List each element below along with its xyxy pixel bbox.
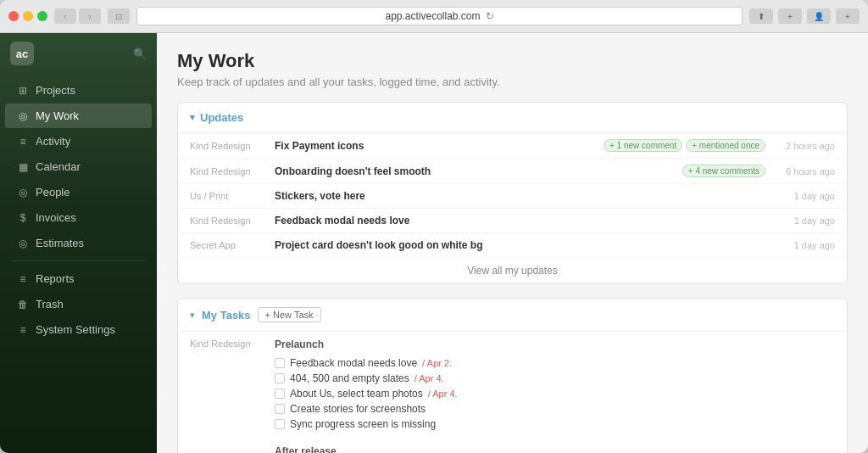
update-badges: + 4 new comments bbox=[682, 165, 765, 177]
task-checkbox[interactable] bbox=[275, 404, 285, 414]
update-title[interactable]: Stickers, vote here bbox=[275, 190, 759, 202]
share-button[interactable]: ⬆ bbox=[749, 8, 773, 24]
list-item: 404, 500 and empty slates / Apr 4. bbox=[275, 371, 835, 386]
table-row: Us / Print Stickers, vote here 1 day ago bbox=[178, 184, 847, 209]
add-tab-button[interactable]: + bbox=[778, 8, 802, 24]
fullscreen-button[interactable] bbox=[37, 11, 47, 21]
updates-title: Updates bbox=[200, 111, 243, 124]
update-title[interactable]: Feedback modal needs love bbox=[275, 215, 759, 226]
page-subtitle: Keep track of updates and all your tasks… bbox=[177, 76, 848, 88]
sidebar-item-calendar[interactable]: ▦ Calendar bbox=[5, 154, 152, 179]
browser-window: ‹ › ⊡ app.activecollab.com ↻ ⬆ + 👤 + ac … bbox=[0, 0, 868, 453]
sidebar-item-reports[interactable]: ≡ Reports bbox=[5, 266, 152, 291]
sidebar-item-estimates[interactable]: ◎ Estimates bbox=[5, 231, 152, 255]
after-release-label: After release bbox=[275, 445, 835, 453]
updates-section: ▾ Updates Kind Redesign Fix Payment icon… bbox=[177, 102, 848, 284]
update-title[interactable]: Fix Payment icons bbox=[275, 140, 597, 152]
main-content: My Work Keep track of updates and all yo… bbox=[157, 33, 868, 453]
project-label: Kind Redesign bbox=[190, 215, 275, 226]
invoices-icon: $ bbox=[17, 212, 29, 224]
task-date: / Apr 4. bbox=[428, 389, 458, 399]
tasks-title: My Tasks bbox=[202, 309, 251, 322]
search-icon[interactable]: 🔍 bbox=[133, 48, 147, 60]
back-button[interactable]: ‹ bbox=[54, 8, 76, 24]
update-badges: + 1 new comment + mentioned once bbox=[604, 139, 765, 152]
view-all-link[interactable]: View all my updates bbox=[178, 258, 847, 283]
sidebar-item-projects[interactable]: ⊞ Projects bbox=[5, 78, 152, 103]
page-title: My Work bbox=[177, 50, 848, 72]
browser-actions: ⬆ + 👤 + bbox=[749, 8, 860, 24]
update-time: 1 day ago bbox=[776, 215, 835, 226]
list-item: Feedback modal needs love / Apr 2. bbox=[275, 355, 835, 371]
activity-label: Activity bbox=[36, 135, 70, 148]
reports-label: Reports bbox=[36, 272, 75, 285]
comments-badge: + 4 new comments bbox=[682, 165, 765, 177]
sidebar-divider bbox=[12, 260, 145, 261]
task-date: / Apr 4. bbox=[415, 373, 444, 383]
sidebar-item-people[interactable]: ◎ People bbox=[5, 180, 152, 204]
update-title[interactable]: Onboarding doesn't feel smooth bbox=[275, 165, 676, 177]
my-work-label: My Work bbox=[36, 109, 79, 122]
task-text: Create stories for screenshots bbox=[290, 403, 426, 415]
task-list: Prelaunch Feedback modal needs love / Ap… bbox=[275, 338, 835, 432]
updates-header: ▾ Updates bbox=[178, 103, 847, 133]
settings-label: System Settings bbox=[36, 323, 115, 336]
task-text: About Us, select team photos bbox=[290, 388, 423, 400]
task-text: Feedback modal needs love bbox=[290, 357, 417, 369]
sidebar-item-system-settings[interactable]: ≡ System Settings bbox=[5, 317, 152, 342]
sidebar-item-trash[interactable]: 🗑 Trash bbox=[5, 292, 152, 316]
task-project-label: Kind Redesign bbox=[190, 338, 275, 349]
table-row: Secret App Project card doesn't look goo… bbox=[178, 233, 847, 258]
tasks-arrow[interactable]: ▾ bbox=[190, 310, 195, 321]
settings-icon: ≡ bbox=[17, 324, 29, 336]
sidebar-item-invoices[interactable]: $ Invoices bbox=[5, 205, 152, 230]
tasks-section: ▾ My Tasks + New Task Kind Redesign Prel… bbox=[177, 298, 848, 453]
tasks-header-row: ▾ My Tasks + New Task bbox=[178, 299, 847, 332]
address-bar[interactable]: app.activecollab.com ↻ bbox=[136, 7, 743, 25]
update-title[interactable]: Project card doesn't look good on white … bbox=[275, 239, 759, 251]
sidebar-nav: ⊞ Projects ◎ My Work ≡ Activity ▦ Calend… bbox=[0, 74, 157, 453]
task-checkbox[interactable] bbox=[275, 419, 285, 429]
prelaunch-label: Prelaunch bbox=[275, 338, 835, 350]
update-time: 1 day ago bbox=[776, 191, 835, 201]
task-checkbox[interactable] bbox=[275, 358, 285, 368]
profile-button[interactable]: 👤 bbox=[807, 8, 831, 24]
nav-buttons: ‹ › bbox=[54, 8, 101, 24]
url-text: app.activecollab.com bbox=[385, 10, 480, 22]
after-release-group: After release As you type filtering :foc… bbox=[178, 442, 847, 453]
after-release-spacer bbox=[190, 445, 275, 453]
task-checkbox[interactable] bbox=[275, 373, 285, 383]
task-row: Kind Redesign Prelaunch Feedback modal n… bbox=[190, 338, 835, 432]
people-label: People bbox=[36, 186, 70, 199]
sidebar-item-my-work[interactable]: ◎ My Work bbox=[5, 103, 152, 128]
reload-icon[interactable]: ↻ bbox=[486, 10, 494, 22]
table-row: Kind Redesign Feedback modal needs love … bbox=[178, 209, 847, 233]
task-date: / Apr 2. bbox=[422, 358, 452, 368]
more-button[interactable]: + bbox=[836, 8, 860, 24]
calendar-label: Calendar bbox=[36, 160, 81, 173]
tab-button[interactable]: ⊡ bbox=[108, 8, 130, 24]
project-label: Secret App bbox=[190, 240, 275, 250]
app-logo[interactable]: ac bbox=[10, 42, 34, 65]
minimize-button[interactable] bbox=[23, 11, 33, 21]
task-text: Sync progress screen is missing bbox=[290, 418, 436, 430]
trash-label: Trash bbox=[36, 298, 64, 310]
list-item: Sync progress screen is missing bbox=[275, 417, 835, 432]
updates-arrow[interactable]: ▾ bbox=[190, 112, 195, 123]
comment-badge: + 1 new comment bbox=[604, 139, 682, 152]
task-checkbox[interactable] bbox=[275, 389, 285, 399]
task-group: Kind Redesign Prelaunch Feedback modal n… bbox=[178, 332, 847, 442]
people-icon: ◎ bbox=[17, 187, 29, 199]
project-label: Kind Redesign bbox=[190, 141, 275, 151]
mention-badge: + mentioned once bbox=[686, 139, 765, 152]
calendar-icon: ▦ bbox=[17, 161, 29, 173]
new-task-button[interactable]: + New Task bbox=[258, 307, 321, 322]
task-text: 404, 500 and empty slates bbox=[290, 372, 409, 384]
close-button[interactable] bbox=[8, 11, 19, 21]
estimates-icon: ◎ bbox=[17, 238, 29, 249]
forward-button[interactable]: › bbox=[79, 8, 101, 24]
sidebar-item-activity[interactable]: ≡ Activity bbox=[5, 129, 152, 154]
projects-icon: ⊞ bbox=[17, 85, 29, 97]
sidebar: ac 🔍 ⊞ Projects ◎ My Work ≡ Activity bbox=[0, 33, 157, 453]
update-time: 1 day ago bbox=[776, 240, 835, 250]
